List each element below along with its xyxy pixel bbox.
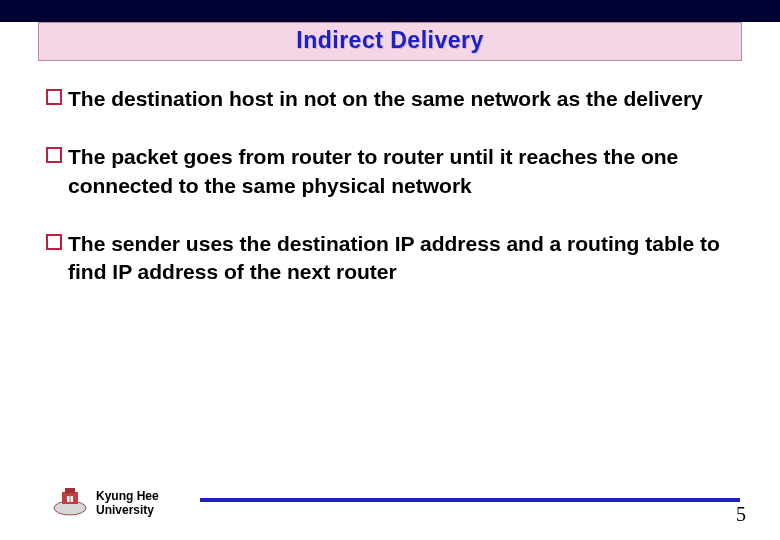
- bullet-text: The packet goes from router to router un…: [68, 143, 734, 200]
- university-name-line1: Kyung Hee: [96, 489, 159, 503]
- svg-rect-5: [65, 488, 75, 493]
- square-bullet-icon: [46, 234, 62, 250]
- university-name-line2: University: [96, 503, 154, 517]
- page-number: 5: [736, 503, 746, 526]
- bullet-item: The sender uses the destination IP addre…: [46, 230, 734, 287]
- university-logo-icon: [52, 486, 88, 516]
- university-name: Kyung Hee University: [96, 490, 159, 518]
- square-bullet-icon: [46, 89, 62, 105]
- top-band: [0, 0, 780, 22]
- svg-rect-6: [67, 496, 70, 502]
- svg-rect-1: [47, 148, 61, 162]
- svg-rect-7: [71, 496, 74, 502]
- bullet-item: The packet goes from router to router un…: [46, 143, 734, 200]
- title-band: Indirect Delivery: [38, 22, 742, 61]
- content-area: The destination host in not on the same …: [0, 61, 780, 287]
- svg-rect-4: [62, 492, 78, 504]
- slide-title: Indirect Delivery: [296, 27, 483, 53]
- svg-rect-2: [47, 235, 61, 249]
- bullet-text: The sender uses the destination IP addre…: [68, 230, 734, 287]
- bullet-item: The destination host in not on the same …: [46, 85, 734, 113]
- footer: Kyung Hee University 5: [0, 472, 780, 522]
- footer-divider: [200, 498, 740, 502]
- svg-rect-0: [47, 90, 61, 104]
- bullet-text: The destination host in not on the same …: [68, 85, 703, 113]
- square-bullet-icon: [46, 147, 62, 163]
